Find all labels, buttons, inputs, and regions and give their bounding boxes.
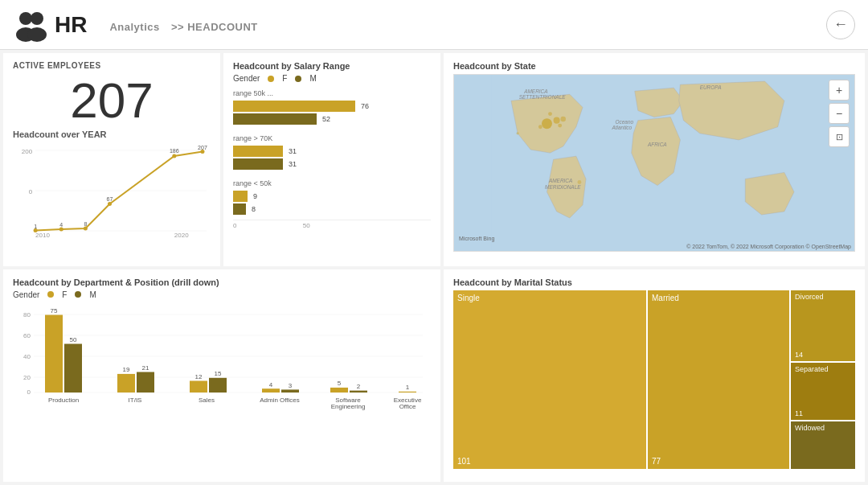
salary-group-50k: range 50k ... 76 52	[233, 89, 431, 125]
svg-text:Engineering: Engineering	[331, 403, 366, 410]
panel-department: Headcount by Department & Position (dril…	[3, 269, 440, 483]
svg-text:186: 186	[170, 148, 179, 154]
svg-text:15: 15	[215, 370, 222, 377]
dept-gender-legend: Gender F M	[13, 290, 431, 299]
bing-logo: Microsoft Bing	[459, 236, 494, 241]
map-zoom-out[interactable]: −	[829, 103, 850, 124]
bar-val-m-70k: 31	[289, 158, 297, 170]
dept-legend-label: Gender	[13, 290, 39, 299]
legend-dot-f	[268, 76, 274, 82]
bar-val-f-lt50k: 9	[253, 191, 257, 202]
salary-x-start: 0	[233, 222, 236, 229]
svg-text:50: 50	[70, 336, 77, 343]
svg-text:Production: Production	[48, 397, 79, 404]
salary-x-mid: 50	[303, 222, 310, 229]
dept-legend-dot-f	[47, 291, 54, 298]
back-button[interactable]: ←	[826, 10, 855, 39]
svg-text:200: 200	[22, 148, 33, 155]
tree-val-married: 77	[652, 457, 785, 466]
tree-label-single: Single	[457, 294, 642, 302]
bar-se-m	[350, 390, 367, 392]
bar-row-f-50k: 76	[233, 101, 431, 112]
svg-text:EUROPA: EUROPA	[700, 84, 722, 90]
bar-f-50k	[233, 101, 355, 112]
hr-logo-icon	[13, 7, 48, 43]
map-container: AMERICA SETTENTRIONALE AMERICA MERIDIONA…	[453, 74, 855, 252]
svg-point-35	[538, 125, 542, 129]
svg-point-39	[578, 180, 582, 184]
svg-text:3: 3	[289, 382, 293, 389]
active-employees-label: ACTIVE EMPLOYEES	[13, 61, 211, 70]
bar-m-70k	[233, 158, 283, 170]
employee-count: 207	[13, 73, 211, 128]
svg-point-12	[59, 228, 63, 232]
svg-point-15	[172, 154, 176, 158]
svg-point-38	[516, 132, 518, 134]
bar-production-m	[64, 343, 82, 393]
headcount-line-chart: 200 0 2010 2020 1 4 8 67 186	[13, 142, 211, 239]
panel-salary-range: Headcount by Salary Range Gender F M ran…	[223, 53, 440, 266]
svg-point-33	[554, 117, 560, 124]
bar-se-f	[330, 387, 348, 392]
svg-text:IT/IS: IT/IS	[129, 397, 142, 404]
main-grid: ACTIVE EMPLOYEES 207 Headcount over YEAR…	[0, 50, 868, 485]
logo-area: HR	[13, 7, 87, 43]
map-zoom-in[interactable]: +	[829, 80, 850, 101]
salary-gender-legend: Gender F M	[233, 74, 431, 83]
bar-admin-m	[281, 389, 299, 393]
bar-itis-f	[117, 373, 135, 392]
svg-text:Sales: Sales	[199, 397, 215, 404]
tree-cell-separated: Separated 11	[791, 363, 855, 420]
dept-chart-area: 80 60 40 20 0 75 50 Production	[13, 306, 431, 410]
svg-text:4: 4	[59, 222, 63, 228]
map-select[interactable]: ⊡	[829, 126, 850, 147]
svg-text:2010: 2010	[35, 232, 50, 239]
bar-itis-m	[137, 372, 154, 393]
salary-range-label-70k: range > 70K	[233, 134, 431, 142]
tree-val-separated: 11	[795, 409, 851, 417]
salary-range-title: Headcount by Salary Range	[233, 61, 431, 71]
map-title: Headcount by State	[453, 61, 855, 71]
analytics-title: Analytics	[109, 21, 159, 33]
svg-text:Office: Office	[399, 403, 416, 410]
svg-text:AFRICA: AFRICA	[647, 142, 667, 147]
tree-label-separated: Separated	[795, 365, 851, 373]
header: HR Analytics >> HEADCOUNT ←	[0, 0, 868, 50]
legend-dot-m	[295, 76, 301, 82]
tree-label-married: Married	[652, 294, 785, 302]
header-title: Analytics >> HEADCOUNT	[103, 14, 826, 35]
svg-point-34	[560, 117, 565, 121]
bar-m-50k	[233, 113, 317, 125]
svg-text:SETTENTRIONALE: SETTENTRIONALE	[519, 94, 567, 100]
bar-m-lt50k	[233, 203, 246, 215]
panel-active-employees: ACTIVE EMPLOYEES 207 Headcount over YEAR…	[3, 53, 220, 266]
svg-text:2: 2	[357, 383, 361, 390]
marital-status-title: Headcount by Marital Status	[453, 277, 855, 287]
bar-val-m-lt50k: 8	[252, 203, 256, 215]
marital-treemap: Single 101 Married 77 Divorced 14 Separa…	[453, 290, 855, 470]
svg-text:Admin Offices: Admin Offices	[260, 397, 300, 404]
legend-label: Gender	[233, 74, 260, 83]
salary-group-lt50k: range < 50k 9 8	[233, 179, 431, 215]
dept-bar-chart-svg: 80 60 40 20 0 75 50 Production	[13, 306, 431, 410]
legend-f: F	[282, 74, 287, 83]
svg-text:21: 21	[142, 364, 149, 372]
tree-cell-widowed: Widowed	[791, 421, 855, 469]
svg-text:2020: 2020	[174, 232, 189, 239]
tree-label-widowed: Widowed	[795, 424, 851, 432]
svg-text:80: 80	[23, 311, 31, 319]
svg-text:1: 1	[34, 224, 37, 229]
bar-sales-f	[190, 380, 207, 393]
svg-text:75: 75	[51, 307, 58, 314]
panel-marital-status: Headcount by Marital Status Single 101 M…	[444, 269, 865, 483]
tree-cell-divorced: Divorced 14	[791, 290, 855, 362]
dept-legend-f: F	[62, 290, 67, 299]
bar-val-f-50k: 76	[361, 101, 369, 112]
map-controls: + − ⊡	[829, 80, 850, 147]
svg-point-0	[19, 12, 32, 25]
svg-text:0: 0	[29, 188, 33, 195]
tree-cell-married: Married 77	[648, 290, 789, 470]
bar-production-f	[45, 314, 63, 393]
bar-f-70k	[233, 146, 283, 157]
svg-text:60: 60	[23, 332, 31, 339]
